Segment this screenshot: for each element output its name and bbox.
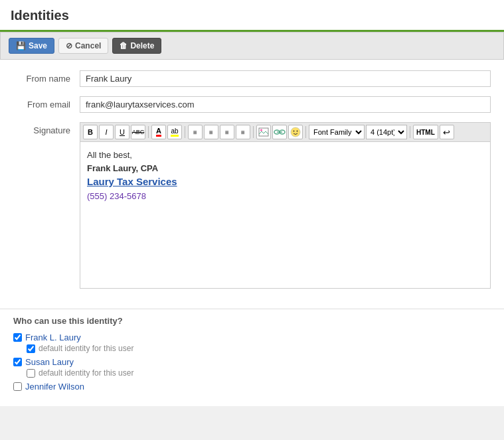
bold-button[interactable]: B [83, 125, 98, 139]
separator-2 [185, 126, 185, 138]
user-checkbox-frank[interactable] [13, 333, 22, 342]
sig-line4: (555) 234-5678 [87, 190, 483, 203]
save-icon: 💾 [16, 41, 26, 50]
insert-link-button[interactable] [272, 125, 287, 139]
who-title: Who can use this identity? [13, 316, 491, 326]
user-row-frank: Frank L. Laury [13, 332, 491, 342]
user-row-jennifer: Jennifer Wilson [13, 382, 491, 392]
highlight-icon: ab [171, 127, 178, 137]
sig-line3: Laury Tax Services [87, 175, 483, 190]
user-row-susan: Susan Laury [13, 357, 491, 367]
separator-1 [148, 126, 149, 138]
underline-button[interactable]: U [115, 125, 129, 139]
strikethrough-button[interactable]: ABC [131, 125, 145, 139]
from-name-input[interactable] [80, 70, 491, 87]
save-button[interactable]: 💾 Save [9, 38, 54, 54]
cancel-icon: ⊘ [66, 41, 72, 50]
editor-content[interactable]: All the best, Frank Laury, CPA Laury Tax… [80, 142, 490, 288]
user-name-frank: Frank L. Laury [25, 332, 81, 342]
svg-point-5 [291, 127, 300, 137]
user-name-susan: Susan Laury [25, 357, 74, 367]
from-email-row: From email [13, 96, 491, 113]
form-area: From name From email Signature B I U ABC… [0, 60, 504, 309]
image-icon [258, 127, 269, 137]
undo-button[interactable]: ↩ [440, 125, 454, 139]
font-family-select[interactable]: Font Family [309, 125, 365, 139]
sig-line1: All the best, [87, 149, 483, 162]
italic-button[interactable]: I [99, 125, 114, 139]
toolbar: 💾 Save ⊘ Cancel 🗑 Delete [0, 32, 504, 60]
save-label: Save [29, 41, 47, 50]
signature-label: Signature [13, 122, 80, 135]
signature-editor: B I U ABC A ab ≡ ≡ ≡ ≡ [80, 122, 491, 289]
cancel-label: Cancel [75, 41, 101, 50]
delete-icon: 🗑 [120, 41, 127, 50]
default-label-frank: default identity for this user [39, 344, 133, 353]
link-icon [274, 127, 286, 137]
html-button[interactable]: HTML [413, 125, 438, 139]
align-left-button[interactable]: ≡ [188, 125, 203, 139]
delete-label: Delete [130, 41, 154, 50]
separator-5 [410, 126, 410, 138]
font-color-icon: A [156, 127, 161, 137]
user-entry-susan: Susan Laury default identity for this us… [13, 357, 491, 378]
emoji-button[interactable] [288, 125, 303, 139]
separator-4 [305, 126, 306, 138]
user-name-jennifer: Jennifer Wilson [25, 382, 84, 392]
user-checkbox-jennifer[interactable] [13, 382, 22, 391]
page-title: Identities [11, 8, 493, 23]
user-entry-jennifer: Jennifer Wilson [13, 382, 491, 392]
default-checkbox-susan[interactable] [27, 369, 35, 378]
from-email-label: From email [13, 96, 80, 110]
highlight-color-button[interactable]: ab [167, 125, 182, 139]
editor-toolbar: B I U ABC A ab ≡ ≡ ≡ ≡ [80, 123, 490, 142]
sig-line2: Frank Laury, CPA [87, 162, 483, 175]
emoji-icon [290, 127, 301, 137]
svg-rect-0 [259, 128, 268, 136]
font-color-button[interactable]: A [151, 125, 166, 139]
align-center-button[interactable]: ≡ [204, 125, 218, 139]
default-checkbox-frank[interactable] [27, 344, 35, 353]
font-size-select[interactable]: 4 (14pt) [366, 125, 407, 139]
default-row-susan: default identity for this user [27, 368, 491, 378]
user-entry-frank: Frank L. Laury default identity for this… [13, 332, 491, 353]
insert-image-button[interactable] [256, 125, 271, 139]
user-checkbox-susan[interactable] [13, 358, 22, 366]
from-name-label: From name [13, 70, 80, 84]
page-header: Identities [0, 0, 504, 32]
align-right-button[interactable]: ≡ [220, 125, 234, 139]
from-email-input[interactable] [80, 96, 491, 113]
svg-point-6 [294, 131, 295, 132]
default-row-frank: default identity for this user [27, 344, 491, 353]
separator-3 [253, 126, 254, 138]
align-justify-button[interactable]: ≡ [236, 125, 250, 139]
svg-point-7 [297, 131, 298, 132]
delete-button[interactable]: 🗑 Delete [112, 38, 161, 54]
from-name-row: From name [13, 70, 491, 87]
who-section: Who can use this identity? Frank L. Laur… [0, 309, 504, 406]
cancel-button[interactable]: ⊘ Cancel [58, 38, 108, 54]
default-label-susan: default identity for this user [39, 368, 133, 378]
svg-point-1 [260, 129, 262, 131]
signature-row: Signature B I U ABC A ab ≡ ≡ ≡ ≡ [13, 122, 491, 289]
